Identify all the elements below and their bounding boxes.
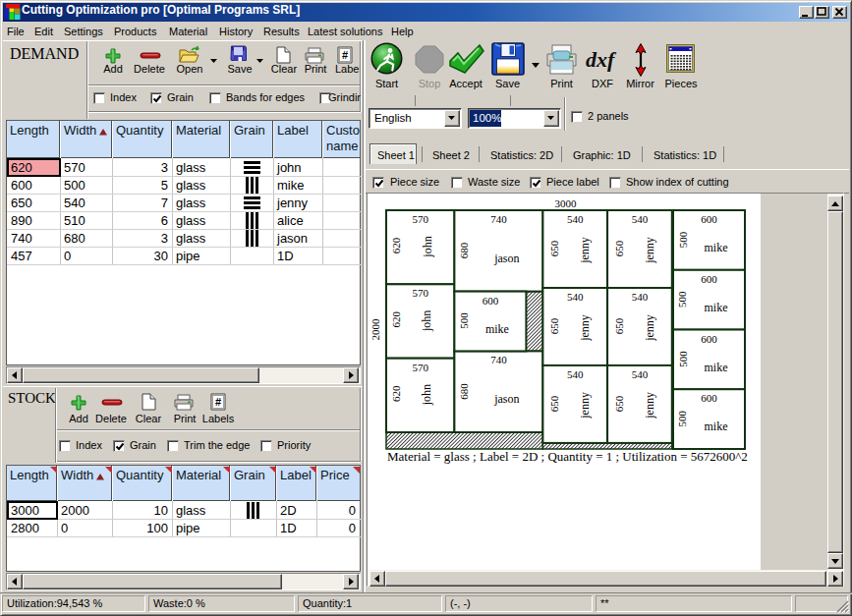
svg-text:mike: mike: [705, 361, 728, 374]
svg-text:500: 500: [677, 351, 689, 367]
svg-text:570: 570: [412, 213, 428, 225]
svg-text:500: 500: [677, 410, 689, 426]
svg-text:600: 600: [701, 392, 717, 404]
svg-text:620: 620: [390, 311, 402, 328]
svg-text:mike: mike: [705, 301, 728, 314]
svg-text:500: 500: [677, 291, 689, 308]
svg-text:540: 540: [632, 368, 649, 380]
svg-text:mike: mike: [485, 322, 509, 336]
svg-text:Material = glass ; Label = 2D: Material = glass ; Label = 2D ; Quantity…: [387, 449, 748, 464]
svg-text:#: #: [342, 49, 348, 61]
svg-text:540: 540: [632, 213, 649, 225]
svg-text:jenny: jenny: [643, 392, 656, 420]
svg-text:jason: jason: [493, 252, 519, 265]
svg-text:650: 650: [548, 317, 560, 334]
svg-text:740: 740: [490, 354, 507, 365]
svg-text:john: john: [421, 384, 434, 406]
svg-text:680: 680: [458, 383, 470, 400]
svg-text:570: 570: [412, 287, 428, 299]
svg-text:john: john: [421, 310, 434, 332]
svg-text:570: 570: [412, 362, 428, 373]
svg-text:650: 650: [613, 240, 625, 256]
svg-text:600: 600: [701, 273, 717, 285]
svg-text:500: 500: [458, 312, 470, 329]
svg-text:540: 540: [567, 291, 584, 303]
svg-text:jenny: jenny: [643, 314, 656, 342]
svg-text:650: 650: [613, 317, 625, 334]
svg-text:2000: 2000: [369, 318, 381, 341]
svg-text:620: 620: [390, 385, 402, 402]
svg-text:jenny: jenny: [578, 237, 592, 264]
svg-text:600: 600: [701, 333, 717, 345]
svg-text:540: 540: [632, 291, 649, 303]
svg-text:650: 650: [613, 395, 625, 412]
svg-text:3000: 3000: [555, 197, 578, 209]
svg-text:540: 540: [567, 368, 584, 380]
svg-text:mike: mike: [705, 241, 728, 254]
svg-text:jason: jason: [493, 392, 519, 406]
svg-text:740: 740: [490, 213, 507, 225]
svg-text:john: john: [421, 236, 434, 257]
svg-text:650: 650: [548, 240, 560, 256]
svg-text:600: 600: [701, 213, 717, 225]
svg-text:500: 500: [677, 231, 689, 248]
svg-text:650: 650: [548, 395, 560, 412]
svg-text:680: 680: [458, 242, 470, 258]
svg-text:620: 620: [390, 237, 402, 253]
svg-text:jenny: jenny: [578, 314, 592, 342]
svg-text:mike: mike: [705, 420, 728, 433]
svg-text:jenny: jenny: [643, 237, 656, 264]
svg-text:600: 600: [483, 295, 499, 307]
svg-text:540: 540: [567, 213, 584, 225]
svg-text:#: #: [215, 396, 221, 408]
svg-text:jenny: jenny: [578, 392, 592, 420]
